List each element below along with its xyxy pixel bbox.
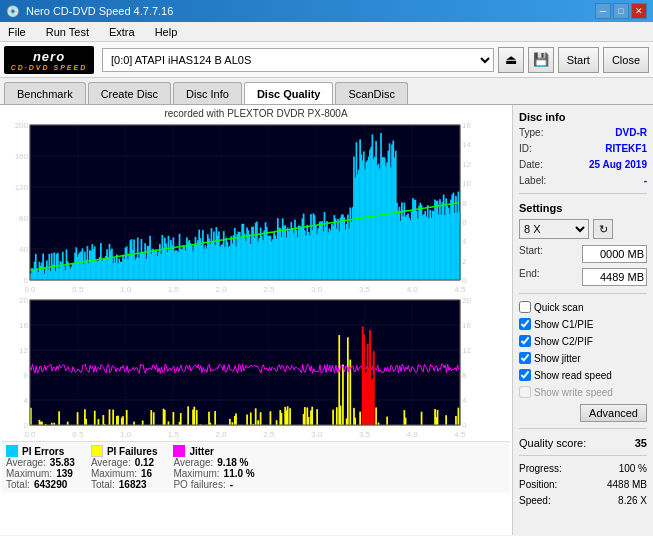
show-write-speed-row: Show write speed bbox=[519, 386, 647, 398]
legend-area: PI Errors Average: 35.83 Maximum: 139 To… bbox=[2, 441, 510, 493]
type-value: DVD-R bbox=[615, 127, 647, 138]
speed-stat-value: 8.26 X bbox=[618, 495, 647, 506]
quality-score-label: Quality score: bbox=[519, 437, 586, 449]
show-read-speed-label: Show read speed bbox=[534, 370, 612, 381]
tab-scandisc[interactable]: ScanDisc bbox=[335, 82, 407, 104]
position-label: Position: bbox=[519, 479, 557, 490]
menu-help[interactable]: Help bbox=[151, 25, 182, 39]
minimize-button[interactable]: ─ bbox=[595, 3, 611, 19]
start-mb-label: Start: bbox=[519, 245, 543, 263]
speed-select[interactable]: 8 X bbox=[519, 219, 589, 239]
tab-create-disc[interactable]: Create Disc bbox=[88, 82, 171, 104]
advanced-button[interactable]: Advanced bbox=[580, 404, 647, 422]
id-row: ID: RITEKF1 bbox=[519, 143, 647, 154]
show-c1pie-label: Show C1/PIE bbox=[534, 319, 593, 330]
tab-benchmark[interactable]: Benchmark bbox=[4, 82, 86, 104]
pif-chart bbox=[2, 296, 480, 441]
nero-logo: nero CD·DVD SPEED bbox=[4, 46, 94, 74]
start-mb-input[interactable] bbox=[582, 245, 647, 263]
disc-info-title: Disc info bbox=[519, 111, 647, 123]
chart-area: recorded with PLEXTOR DVDR PX-800A PI Er… bbox=[0, 105, 513, 535]
show-c2pif-label: Show C2/PIF bbox=[534, 336, 593, 347]
progress-value: 100 % bbox=[619, 463, 647, 474]
show-jitter-row: Show jitter bbox=[519, 352, 647, 364]
tabs: Benchmark Create Disc Disc Info Disc Qua… bbox=[0, 78, 653, 105]
tab-disc-quality[interactable]: Disc Quality bbox=[244, 82, 334, 104]
pie-label: PI Errors bbox=[22, 446, 64, 457]
disc-label-label: Label: bbox=[519, 175, 546, 186]
menu-bar: File Run Test Extra Help bbox=[0, 22, 653, 42]
divider1 bbox=[519, 193, 647, 194]
pif-legend: PI Failures Average: 0.12 Maximum: 16 To… bbox=[91, 445, 158, 490]
show-jitter-label: Show jitter bbox=[534, 353, 581, 364]
show-c1pie-checkbox[interactable] bbox=[519, 318, 531, 330]
close-button[interactable]: ✕ bbox=[631, 3, 647, 19]
position-value: 4488 MB bbox=[607, 479, 647, 490]
show-jitter-checkbox[interactable] bbox=[519, 352, 531, 364]
id-value: RITEKF1 bbox=[605, 143, 647, 154]
jitter-label: Jitter bbox=[189, 446, 213, 457]
label-row: Label: - bbox=[519, 175, 647, 186]
eject-button[interactable]: ⏏ bbox=[498, 47, 524, 73]
date-label: Date: bbox=[519, 159, 543, 170]
tab-disc-info[interactable]: Disc Info bbox=[173, 82, 242, 104]
end-mb-row: End: bbox=[519, 268, 647, 286]
divider3 bbox=[519, 428, 647, 429]
close-disc-button[interactable]: Close bbox=[603, 47, 649, 73]
jitter-legend: Jitter Average: 9.18 % Maximum: 11.0 % P… bbox=[173, 445, 254, 490]
menu-run-test[interactable]: Run Test bbox=[42, 25, 93, 39]
date-value: 25 Aug 2019 bbox=[589, 159, 647, 170]
speed-row: 8 X ↻ bbox=[519, 219, 647, 239]
speed-stat-label: Speed: bbox=[519, 495, 551, 506]
pie-color-swatch bbox=[6, 445, 18, 457]
refresh-button[interactable]: ↻ bbox=[593, 219, 613, 239]
pie-chart bbox=[2, 121, 480, 296]
quality-score-value: 35 bbox=[635, 437, 647, 449]
progress-label: Progress: bbox=[519, 463, 562, 474]
disc-label-value: - bbox=[644, 175, 647, 186]
start-mb-row: Start: bbox=[519, 245, 647, 263]
title-text: Nero CD-DVD Speed 4.7.7.16 bbox=[26, 5, 173, 17]
position-row: Position: 4488 MB bbox=[519, 479, 647, 490]
pif-color-swatch bbox=[91, 445, 103, 457]
title-bar: 💿 Nero CD-DVD Speed 4.7.7.16 ─ □ ✕ bbox=[0, 0, 653, 22]
date-row: Date: 25 Aug 2019 bbox=[519, 159, 647, 170]
settings-title: Settings bbox=[519, 202, 647, 214]
progress-row: Progress: 100 % bbox=[519, 463, 647, 474]
show-write-speed-checkbox bbox=[519, 386, 531, 398]
show-c2pif-checkbox[interactable] bbox=[519, 335, 531, 347]
end-mb-input[interactable] bbox=[582, 268, 647, 286]
right-panel: Disc info Type: DVD-R ID: RITEKF1 Date: … bbox=[513, 105, 653, 535]
quick-scan-label: Quick scan bbox=[534, 302, 583, 313]
divider4 bbox=[519, 455, 647, 456]
quick-scan-checkbox[interactable] bbox=[519, 301, 531, 313]
save-button[interactable]: 💾 bbox=[528, 47, 554, 73]
show-write-speed-label: Show write speed bbox=[534, 387, 613, 398]
pif-label: PI Failures bbox=[107, 446, 158, 457]
quality-score-row: Quality score: 35 bbox=[519, 437, 647, 449]
id-label: ID: bbox=[519, 143, 532, 154]
type-row: Type: DVD-R bbox=[519, 127, 647, 138]
quick-scan-row: Quick scan bbox=[519, 301, 647, 313]
drive-select[interactable]: [0:0] ATAPI iHAS124 B AL0S bbox=[102, 48, 494, 72]
show-read-speed-row: Show read speed bbox=[519, 369, 647, 381]
type-label: Type: bbox=[519, 127, 543, 138]
end-mb-label: End: bbox=[519, 268, 540, 286]
title-bar-left: 💿 Nero CD-DVD Speed 4.7.7.16 bbox=[6, 5, 173, 18]
show-c2pif-row: Show C2/PIF bbox=[519, 335, 647, 347]
jitter-color-swatch bbox=[173, 445, 185, 457]
maximize-button[interactable]: □ bbox=[613, 3, 629, 19]
chart-title: recorded with PLEXTOR DVDR PX-800A bbox=[2, 107, 510, 121]
menu-file[interactable]: File bbox=[4, 25, 30, 39]
main-content: recorded with PLEXTOR DVDR PX-800A PI Er… bbox=[0, 105, 653, 535]
show-c1pie-row: Show C1/PIE bbox=[519, 318, 647, 330]
pie-legend: PI Errors Average: 35.83 Maximum: 139 To… bbox=[6, 445, 75, 490]
speed-stat-row: Speed: 8.26 X bbox=[519, 495, 647, 506]
start-button[interactable]: Start bbox=[558, 47, 599, 73]
toolbar: nero CD·DVD SPEED [0:0] ATAPI iHAS124 B … bbox=[0, 42, 653, 78]
divider2 bbox=[519, 293, 647, 294]
menu-extra[interactable]: Extra bbox=[105, 25, 139, 39]
title-controls: ─ □ ✕ bbox=[595, 3, 647, 19]
app-icon: 💿 bbox=[6, 5, 20, 18]
show-read-speed-checkbox[interactable] bbox=[519, 369, 531, 381]
